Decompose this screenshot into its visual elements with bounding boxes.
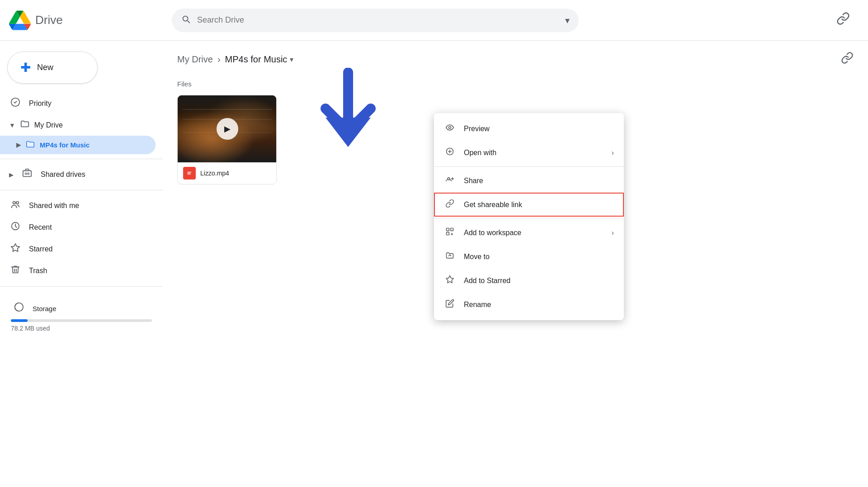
new-plus-icon: ✚ bbox=[20, 60, 31, 75]
storage-used-label: 78.2 MB used bbox=[11, 325, 152, 332]
file-card-lizzo[interactable]: ▶ Lizzo.mp4 bbox=[177, 95, 277, 184]
file-type-icon bbox=[183, 167, 196, 180]
add-starred-icon bbox=[444, 275, 456, 286]
sidebar-item-trash[interactable]: Trash bbox=[0, 260, 156, 282]
storage-icon bbox=[13, 302, 25, 315]
sidebar: ✚ New Priority ▼ My Drive bbox=[0, 41, 163, 487]
ctx-item-preview[interactable]: Preview bbox=[434, 117, 624, 141]
sidebar-item-recent[interactable]: Recent bbox=[0, 217, 156, 238]
svg-rect-19 bbox=[447, 228, 449, 231]
app-header: Drive ▾ bbox=[0, 0, 868, 41]
trash-icon bbox=[9, 265, 22, 277]
context-menu: Preview Open with › bbox=[434, 113, 624, 320]
open-with-icon bbox=[444, 147, 456, 158]
sidebar-item-trash-label: Trash bbox=[29, 267, 47, 275]
svg-rect-11 bbox=[188, 174, 191, 175]
sidebar-item-recent-label: Recent bbox=[29, 223, 52, 232]
svg-rect-21 bbox=[447, 232, 449, 235]
breadcrumb-separator: › bbox=[217, 54, 221, 65]
move-to-icon bbox=[444, 251, 456, 262]
search-input[interactable] bbox=[197, 15, 559, 25]
starred-icon bbox=[9, 243, 22, 255]
sidebar-divider-2 bbox=[0, 190, 163, 190]
ctx-add-starred-label: Add to Starred bbox=[464, 277, 510, 285]
ctx-item-move-to[interactable]: Move to bbox=[434, 245, 624, 269]
ctx-item-share[interactable]: Share bbox=[434, 169, 624, 193]
mp4s-expand-icon: ▶ bbox=[16, 142, 21, 148]
ctx-preview-label: Preview bbox=[464, 125, 490, 133]
new-button-label: New bbox=[37, 63, 53, 72]
priority-icon bbox=[9, 97, 22, 110]
svg-point-2 bbox=[25, 173, 27, 175]
mp4s-folder-icon bbox=[25, 139, 35, 151]
ctx-share-label: Share bbox=[464, 177, 483, 185]
shared-with-me-icon bbox=[9, 199, 22, 212]
sidebar-item-shared-with-me-label: Shared with me bbox=[29, 202, 79, 210]
storage-label: Storage bbox=[33, 305, 57, 312]
recent-icon bbox=[9, 221, 22, 234]
file-thumbnail: ▶ bbox=[178, 95, 277, 162]
svg-point-5 bbox=[16, 202, 19, 204]
ctx-item-rename[interactable]: Rename bbox=[434, 293, 624, 317]
breadcrumb-dropdown-icon[interactable]: ▾ bbox=[290, 55, 293, 64]
sidebar-item-shared-with-me[interactable]: Shared with me bbox=[0, 195, 156, 217]
storage-section: Storage 78.2 MB used bbox=[0, 291, 163, 341]
sidebar-item-priority-label: Priority bbox=[29, 99, 52, 108]
svg-point-4 bbox=[13, 202, 16, 204]
new-button[interactable]: ✚ New bbox=[7, 52, 98, 84]
add-workspace-arrow-icon: › bbox=[612, 229, 614, 237]
storage-bar bbox=[11, 319, 152, 322]
search-dropdown-icon[interactable]: ▾ bbox=[565, 15, 570, 26]
sidebar-item-my-drive[interactable]: ▼ My Drive bbox=[0, 114, 156, 136]
sidebar-item-shared-drives[interactable]: ▶ Shared drives bbox=[0, 164, 156, 185]
storage-used-bar bbox=[11, 319, 28, 322]
sidebar-divider-1 bbox=[0, 159, 163, 159]
ctx-divider-2 bbox=[434, 218, 624, 219]
ctx-open-with-label: Open with bbox=[464, 149, 496, 157]
breadcrumb-current-folder[interactable]: MP4s for Music ▾ bbox=[225, 54, 294, 65]
rename-icon bbox=[444, 299, 456, 310]
sidebar-item-mp4s-for-music[interactable]: ▶ MP4s for Music bbox=[0, 136, 156, 154]
file-info: Lizzo.mp4 bbox=[178, 162, 276, 184]
ctx-item-add-to-workspace[interactable]: Add to workspace › bbox=[434, 221, 624, 245]
sidebar-item-starred[interactable]: Starred bbox=[0, 238, 156, 260]
svg-rect-10 bbox=[188, 173, 191, 173]
ctx-item-open-with[interactable]: Open with › bbox=[434, 141, 624, 165]
main-layout: ✚ New Priority ▼ My Drive bbox=[0, 41, 868, 487]
svg-rect-20 bbox=[451, 228, 453, 231]
sidebar-item-shared-drives-label: Shared drives bbox=[41, 170, 85, 179]
svg-marker-24 bbox=[446, 276, 454, 283]
ctx-add-workspace-label: Add to workspace bbox=[464, 229, 521, 237]
svg-rect-1 bbox=[23, 171, 31, 177]
share-icon bbox=[444, 175, 456, 186]
ctx-item-add-to-starred[interactable]: Add to Starred bbox=[434, 269, 624, 293]
mp4s-label: MP4s for Music bbox=[40, 141, 90, 149]
file-name: Lizzo.mp4 bbox=[200, 170, 229, 177]
breadcrumb-my-drive[interactable]: My Drive bbox=[177, 54, 213, 65]
breadcrumb-folder-name: MP4s for Music bbox=[225, 54, 288, 65]
ctx-item-get-shareable-link[interactable]: Get shareable link bbox=[434, 193, 624, 217]
open-with-arrow-icon: › bbox=[612, 149, 614, 157]
header-link-icon[interactable] bbox=[836, 12, 850, 28]
breadcrumb-link-icon[interactable] bbox=[841, 52, 854, 67]
search-bar[interactable]: ▾ bbox=[172, 9, 579, 32]
breadcrumb: My Drive › MP4s for Music ▾ bbox=[177, 52, 854, 67]
logo-area: Drive bbox=[9, 9, 172, 31]
sidebar-item-starred-label: Starred bbox=[29, 245, 52, 253]
main-content: My Drive › MP4s for Music ▾ Files bbox=[163, 41, 868, 487]
svg-point-12 bbox=[449, 127, 451, 129]
header-right bbox=[836, 12, 859, 28]
sidebar-item-priority[interactable]: Priority bbox=[0, 93, 156, 114]
ctx-move-to-label: Move to bbox=[464, 253, 490, 261]
search-icon bbox=[181, 14, 191, 27]
svg-marker-7 bbox=[11, 244, 19, 251]
app-title: Drive bbox=[35, 13, 63, 27]
preview-icon bbox=[444, 123, 456, 134]
shareable-link-icon bbox=[444, 199, 456, 210]
play-button[interactable]: ▶ bbox=[217, 118, 238, 140]
ctx-divider-1 bbox=[434, 166, 624, 167]
sidebar-my-drive-label: My Drive bbox=[34, 121, 63, 129]
svg-rect-9 bbox=[188, 172, 192, 172]
add-workspace-icon bbox=[444, 227, 456, 238]
sidebar-item-storage[interactable]: Storage bbox=[11, 298, 145, 319]
